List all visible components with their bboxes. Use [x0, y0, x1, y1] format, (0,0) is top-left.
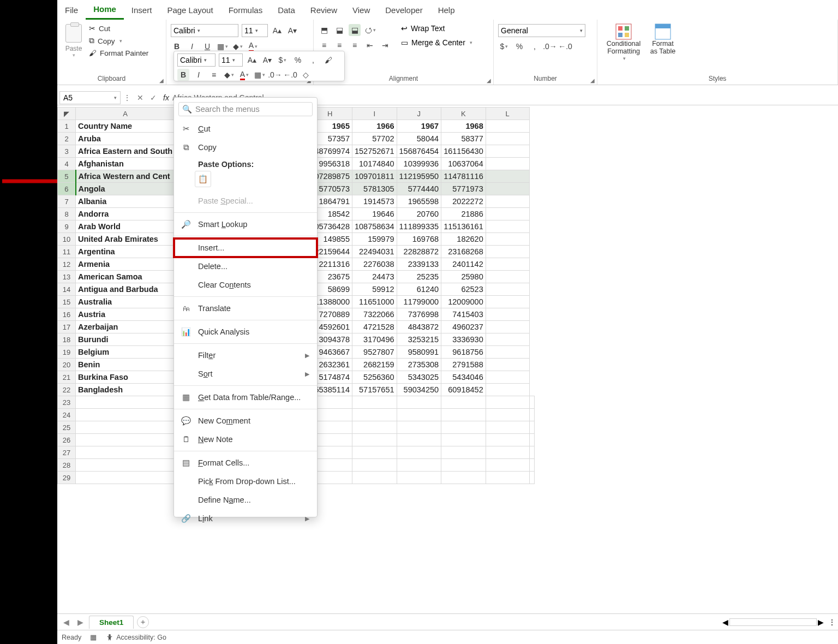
cell-country[interactable]	[76, 421, 175, 434]
cell-country[interactable]: Africa Eastern and South	[76, 145, 175, 158]
align-middle-icon[interactable]: ⬓	[333, 24, 345, 36]
format-painter-button[interactable]: 🖌Format Painter	[89, 49, 148, 57]
cell-value[interactable]: 19646	[352, 208, 397, 220]
cell-value[interactable]: 2735308	[397, 359, 441, 371]
ctx-copy[interactable]: ⧉Copy	[174, 138, 317, 157]
cell-value[interactable]: 169768	[397, 233, 441, 246]
mini-dec-decimal-icon[interactable]: ←.0	[284, 69, 296, 81]
cell-value[interactable]	[352, 472, 397, 484]
menu-home[interactable]: Home	[86, 0, 124, 20]
cell-value[interactable]: 20760	[397, 208, 441, 220]
cell-country[interactable]: United Arab Emirates	[76, 233, 175, 246]
cell-country[interactable]: Azerbaijan	[76, 321, 175, 333]
cell-country[interactable]	[76, 472, 175, 484]
macros-icon[interactable]: ▦	[90, 633, 97, 641]
cell-value[interactable]	[397, 459, 441, 472]
cell-value[interactable]: 23168268	[441, 246, 486, 258]
cell-value[interactable]: 2276038	[352, 258, 397, 271]
align-bottom-icon[interactable]: ⬓	[349, 24, 361, 36]
cell-value[interactable]: 25235	[397, 271, 441, 283]
fx-sep-icon[interactable]: ⋮	[121, 93, 134, 102]
horizontal-scrollbar[interactable]: ◀▶⋮	[722, 618, 838, 627]
ctx-filter[interactable]: Filter▶	[174, 346, 317, 365]
mini-borders-icon[interactable]: ▦▾	[254, 69, 266, 81]
ctx-search-input[interactable]: 🔍Search the menus	[178, 102, 313, 116]
ctx-sort[interactable]: Sort▶	[174, 365, 317, 383]
cell-value[interactable]: 2022272	[441, 195, 486, 208]
number-format-combo[interactable]: General▾	[498, 24, 585, 37]
cell-value[interactable]	[441, 396, 486, 409]
decrease-font-icon[interactable]: A▾	[286, 25, 298, 37]
decrease-decimal-icon[interactable]: ←.0	[559, 40, 571, 52]
cell-value[interactable]: 7415403	[441, 308, 486, 321]
cell-country[interactable]	[76, 409, 175, 421]
menu-page-layout[interactable]: Page Layout	[159, 1, 220, 19]
header-cell[interactable]: 1966	[352, 120, 397, 133]
col-header-L[interactable]: L	[486, 108, 529, 120]
cell-value[interactable]: 161156430	[441, 145, 486, 158]
cell-value[interactable]: 10399936	[397, 158, 441, 170]
cell-country[interactable]	[76, 434, 175, 446]
ctx-format-cells[interactable]: ▤Format Cells...	[174, 454, 317, 472]
cell-value[interactable]: 7376998	[397, 308, 441, 321]
cell-country[interactable]: Australia	[76, 296, 175, 308]
mini-bold-button[interactable]: B	[177, 69, 189, 81]
cell-value[interactable]: 182620	[441, 233, 486, 246]
row-header-20[interactable]: 20	[58, 359, 76, 371]
cell-country[interactable]: Armenia	[76, 258, 175, 271]
cell-country[interactable]: Austria	[76, 308, 175, 321]
align-center-icon[interactable]: ≡	[333, 39, 345, 51]
cell-value[interactable]: 10637064	[441, 158, 486, 170]
menu-formulas[interactable]: Formulas	[221, 1, 271, 19]
cell-value[interactable]	[397, 409, 441, 421]
mini-increase-font-icon[interactable]: A▴	[246, 54, 258, 66]
ctx-cut[interactable]: ✂Cut	[174, 120, 317, 138]
cell-value[interactable]	[486, 434, 529, 446]
fx-icon[interactable]: fx	[163, 93, 169, 102]
font-name-combo[interactable]: Calibri▾	[171, 24, 238, 37]
number-launcher[interactable]: ◢	[590, 77, 595, 84]
align-right-icon[interactable]: ≡	[349, 39, 361, 51]
cell-value[interactable]: 5256360	[352, 371, 397, 384]
row-header-5[interactable]: 5	[58, 170, 76, 183]
row-header-28[interactable]: 28	[58, 459, 76, 472]
cell-value[interactable]	[441, 409, 486, 421]
cell-value[interactable]: 4960237	[441, 321, 486, 333]
cell-value[interactable]: 9580991	[397, 346, 441, 359]
cell-value[interactable]	[397, 434, 441, 446]
row-header-27[interactable]: 27	[58, 446, 76, 459]
col-header-J[interactable]: J	[397, 108, 441, 120]
cell-country[interactable]: Afghanistan	[76, 158, 175, 170]
cell-country[interactable]: Belgium	[76, 346, 175, 359]
tab-next-icon[interactable]: ▶	[75, 618, 86, 627]
menu-review[interactable]: Review	[303, 1, 345, 19]
accounting-icon[interactable]: $▾	[498, 40, 510, 52]
mini-fill-color-icon[interactable]: ◆▾	[223, 69, 235, 81]
alignment-launcher[interactable]: ◢	[487, 77, 491, 84]
cell-country[interactable]	[76, 446, 175, 459]
col-header-K[interactable]: K	[441, 108, 486, 120]
cell-value[interactable]: 5771973	[441, 183, 486, 195]
ctx-clear-contents[interactable]: Clear Contents	[174, 276, 317, 294]
cell-country[interactable]: American Samoa	[76, 271, 175, 283]
mini-comma-icon[interactable]: ,	[307, 54, 319, 66]
cell-value[interactable]: 3336930	[441, 333, 486, 346]
select-all-corner[interactable]: ◤	[58, 108, 76, 120]
cell-value[interactable]: 11651000	[352, 296, 397, 308]
cell-value[interactable]	[486, 421, 529, 434]
add-sheet-button[interactable]: ＋	[137, 616, 149, 628]
cut-button[interactable]: ✂Cut	[89, 24, 148, 33]
row-header-24[interactable]: 24	[58, 409, 76, 421]
cell-country[interactable]: Argentina	[76, 246, 175, 258]
menu-view[interactable]: View	[345, 1, 378, 19]
ctx-smart-lookup[interactable]: 🔎Smart Lookup	[174, 215, 317, 234]
cell-country[interactable]: Bangladesh	[76, 384, 175, 396]
row-header-22[interactable]: 22	[58, 384, 76, 396]
cell-value[interactable]: 12009000	[441, 296, 486, 308]
cell-value[interactable]	[441, 459, 486, 472]
cell-value[interactable]	[397, 446, 441, 459]
row-header-8[interactable]: 8	[58, 208, 76, 220]
conditional-formatting-button[interactable]: Conditional Formatting▾	[602, 22, 645, 74]
cancel-icon[interactable]: ✕	[134, 93, 147, 102]
cell-country[interactable]: Benin	[76, 359, 175, 371]
